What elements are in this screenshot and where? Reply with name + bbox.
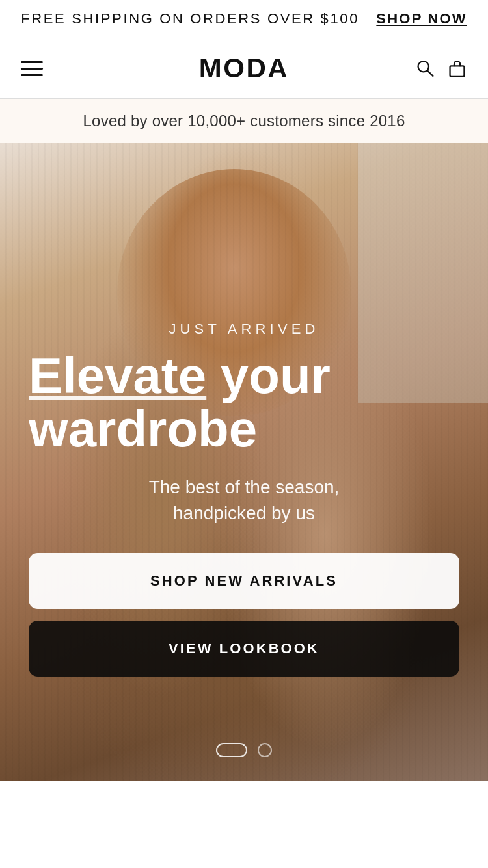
hero-title-line2: wardrobe xyxy=(29,400,257,457)
hero-buttons: SHOP NEW ARRIVALS VIEW LOOKBOOK xyxy=(29,553,459,677)
bag-icon[interactable] xyxy=(447,57,467,79)
header-actions xyxy=(415,57,467,79)
svg-line-1 xyxy=(427,71,433,76)
site-logo[interactable]: MODA xyxy=(73,53,415,84)
header: MODA xyxy=(0,38,488,99)
hero-eyebrow: JUST ARRIVED xyxy=(29,321,459,338)
carousel-dot-inactive[interactable] xyxy=(258,743,272,757)
hero-title-word1: Elevate xyxy=(29,347,206,404)
hero-title: Elevate your wardrobe xyxy=(29,349,459,456)
svg-rect-2 xyxy=(450,66,465,76)
shop-now-link[interactable]: SHOP NOW xyxy=(376,10,467,27)
header-left xyxy=(21,61,73,76)
hero-title-word2: your xyxy=(206,347,331,404)
hero-section: JUST ARRIVED Elevate your wardrobe The b… xyxy=(0,143,488,781)
promo-banner: FREE SHIPPING ON ORDERS OVER $100 SHOP N… xyxy=(0,0,488,38)
tagline-bar: Loved by over 10,000+ customers since 20… xyxy=(0,99,488,143)
hero-subtitle-line1: The best of the season, xyxy=(149,477,340,497)
search-icon[interactable] xyxy=(415,57,435,79)
hero-subtitle: The best of the season, handpicked by us xyxy=(29,474,459,527)
shop-new-arrivals-button[interactable]: SHOP NEW ARRIVALS xyxy=(29,553,459,609)
carousel-dot-active[interactable] xyxy=(216,743,247,757)
hero-content: JUST ARRIVED Elevate your wardrobe The b… xyxy=(0,321,488,677)
promo-text: FREE SHIPPING ON ORDERS OVER $100 xyxy=(21,10,359,27)
carousel-dots xyxy=(0,743,488,757)
view-lookbook-button[interactable]: VIEW LOOKBOOK xyxy=(29,621,459,677)
tagline-text: Loved by over 10,000+ customers since 20… xyxy=(83,112,405,129)
hero-subtitle-line2: handpicked by us xyxy=(173,503,315,523)
hamburger-menu-button[interactable] xyxy=(21,61,43,76)
